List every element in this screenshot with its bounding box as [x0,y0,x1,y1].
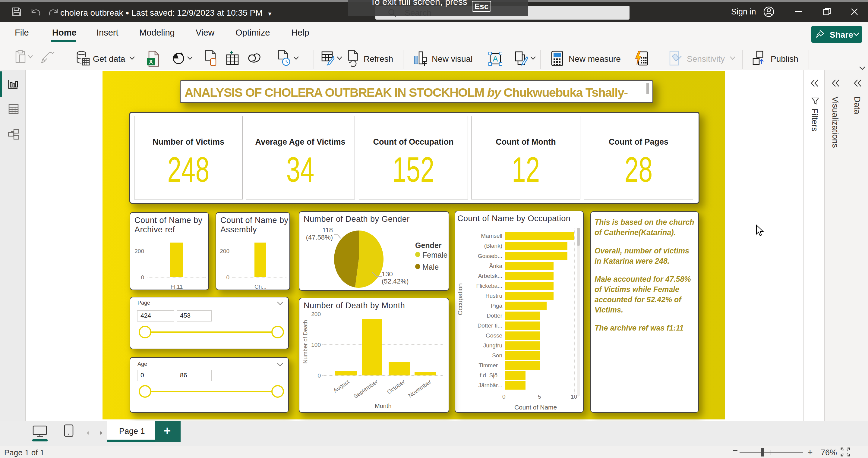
svg-text:X: X [149,59,153,65]
svg-text:A: A [493,54,498,63]
